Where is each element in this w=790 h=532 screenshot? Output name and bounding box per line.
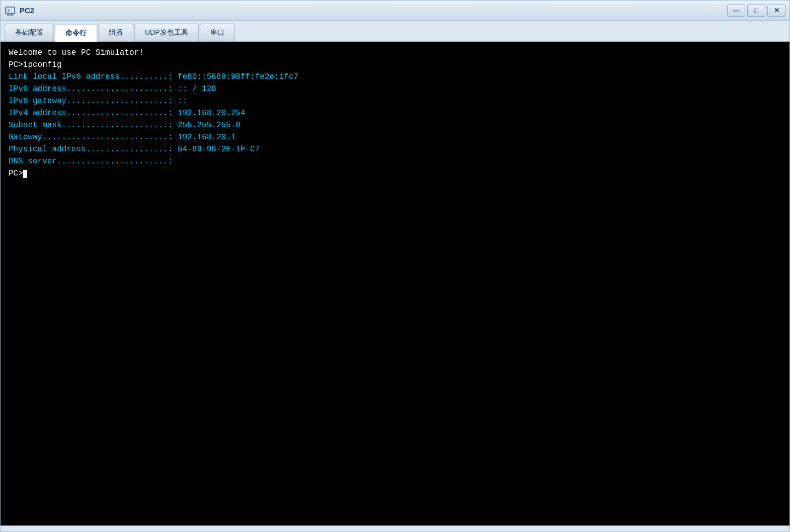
app-icon [5,5,16,16]
svg-rect-0 [6,7,15,14]
terminal-line: Welcome to use PC Simulator! [9,47,781,59]
terminal-output[interactable]: Welcome to use PC Simulator!PC>ipconfigL… [1,42,789,525]
close-button[interactable]: ✕ [767,5,785,17]
tab-command-line[interactable]: 命令行 [55,25,97,42]
terminal-line: IPv6 address.....................: :: / … [9,83,781,95]
tab-bar: 基础配置命令行组播UDP发包工具串口 [1,21,789,42]
tab-serial[interactable]: 串口 [200,24,235,41]
terminal-line: IPv6 gateway.....................: :: [9,95,781,107]
terminal-line: Link local IPv6 address..........: fe80:… [9,71,781,83]
terminal-line: DNS server.......................: [9,155,781,167]
terminal-line: Gateway..........................: 192.1… [9,131,781,143]
tab-basic-config[interactable]: 基础配置 [5,24,54,41]
terminal-line: IPv4 address.....................: 192.1… [9,107,781,119]
minimize-button[interactable]: — [727,5,745,17]
terminal-cursor [23,170,27,178]
terminal-line: Subnet mask......................: 255.2… [9,119,781,131]
terminal-line: PC>ipconfig [9,59,781,71]
main-window: PC2 — □ ✕ 基础配置命令行组播UDP发包工具串口 Welcome to … [0,0,790,532]
terminal-line: Physical address.................: 54-89… [9,143,781,155]
window-title: PC2 [20,6,727,15]
tab-multicast[interactable]: 组播 [98,24,133,41]
status-bar [1,525,789,531]
title-bar: PC2 — □ ✕ [1,1,789,21]
tab-udp-tool[interactable]: UDP发包工具 [134,24,199,41]
terminal-line: PC> [9,167,781,180]
window-controls: — □ ✕ [727,5,785,17]
maximize-button[interactable]: □ [747,5,765,17]
